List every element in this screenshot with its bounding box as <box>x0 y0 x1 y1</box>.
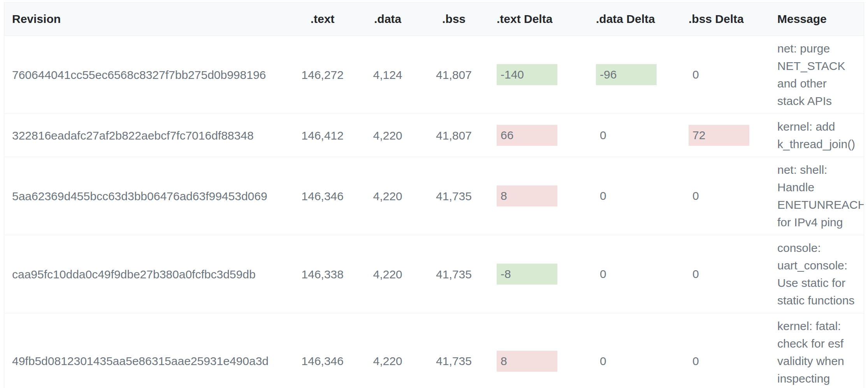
revision-cell: 760644041cc55ec6568c8327f7bb275d0b998196 <box>4 36 288 114</box>
bss-cell: 41,807 <box>419 36 489 114</box>
code-size-report-card: Revision.text.data.bss.text Delta.data D… <box>4 2 864 388</box>
data-delta-cell: 0 <box>588 313 681 388</box>
text-delta-badge: -140 <box>497 64 557 85</box>
revision-cell: caa95fc10dda0c49f9dbe27b380a0fcfbc3d59db <box>4 235 288 313</box>
bss-cell: 41,735 <box>419 235 489 313</box>
text-delta-badge: 8 <box>497 351 557 372</box>
bss-delta-badge: 0 <box>689 351 749 372</box>
table-row: 5aa62369d455bcc63d3bb06476ad63f99453d069… <box>4 157 864 235</box>
bss-delta-cell: 0 <box>681 36 770 114</box>
text-cell: 146,346 <box>288 157 357 235</box>
commit-message: net: purge NET_STACK and other stack API… <box>777 40 856 110</box>
message-cell: kernel: fatal: check for esf validity wh… <box>770 313 864 388</box>
data-delta-badge: 0 <box>596 125 657 146</box>
column-header-data-delta: .data Delta <box>588 3 681 36</box>
commit-message: console: uart_console: Use static for st… <box>777 239 856 309</box>
revision-size-table: Revision.text.data.bss.text Delta.data D… <box>4 3 864 388</box>
message-cell: kernel: add k_thread_join() <box>770 114 864 157</box>
commit-message: kernel: add k_thread_join() <box>777 118 856 153</box>
data-delta-cell: -96 <box>588 36 681 114</box>
table-row: caa95fc10dda0c49f9dbe27b380a0fcfbc3d59db… <box>4 235 864 313</box>
data-delta-badge: -96 <box>596 64 657 85</box>
table-row: 760644041cc55ec6568c8327f7bb275d0b998196… <box>4 36 864 114</box>
data-delta-badge: 0 <box>596 264 657 285</box>
data-delta-cell: 0 <box>588 235 681 313</box>
bss-delta-cell: 0 <box>681 313 770 388</box>
bss-delta-badge: 0 <box>689 185 749 206</box>
data-delta-badge: 0 <box>596 351 657 372</box>
text-cell: 146,272 <box>288 36 357 114</box>
data-cell: 4,220 <box>357 235 419 313</box>
message-cell: net: purge NET_STACK and other stack API… <box>770 36 864 114</box>
text-cell: 146,338 <box>288 235 357 313</box>
text-delta-badge: -8 <box>497 264 557 285</box>
bss-delta-cell: 72 <box>681 114 770 157</box>
data-delta-cell: 0 <box>588 157 681 235</box>
header-row: Revision.text.data.bss.text Delta.data D… <box>4 3 864 36</box>
column-header-text-delta: .text Delta <box>489 3 588 36</box>
revision-cell: 49fb5d0812301435aa5e86315aae25931e490a3d <box>4 313 288 388</box>
revision-cell: 5aa62369d455bcc63d3bb06476ad63f99453d069 <box>4 157 288 235</box>
column-header-message: Message <box>770 3 864 36</box>
bss-delta-badge: 0 <box>689 264 749 285</box>
text-delta-badge: 66 <box>497 125 557 146</box>
text-cell: 146,346 <box>288 313 357 388</box>
column-header-data: .data <box>357 3 419 36</box>
data-delta-cell: 0 <box>588 114 681 157</box>
text-delta-cell: 8 <box>489 157 588 235</box>
bss-delta-badge: 72 <box>689 125 749 146</box>
bss-delta-badge: 0 <box>689 64 749 85</box>
data-cell: 4,220 <box>357 114 419 157</box>
data-cell: 4,124 <box>357 36 419 114</box>
commit-message: net: shell: Handle ENETUNREACH for IPv4 … <box>777 161 856 231</box>
text-cell: 146,412 <box>288 114 357 157</box>
text-delta-badge: 8 <box>497 185 557 206</box>
commit-message: kernel: fatal: check for esf validity wh… <box>777 317 856 388</box>
data-delta-badge: 0 <box>596 185 657 206</box>
table-body: 760644041cc55ec6568c8327f7bb275d0b998196… <box>4 36 864 388</box>
text-delta-cell: 8 <box>489 313 588 388</box>
column-header-text: .text <box>288 3 357 36</box>
column-header-bss: .bss <box>419 3 489 36</box>
table-row: 322816eadafc27af2b822aebcf7fc7016df88348… <box>4 114 864 157</box>
message-cell: console: uart_console: Use static for st… <box>770 235 864 313</box>
table-row: 49fb5d0812301435aa5e86315aae25931e490a3d… <box>4 313 864 388</box>
text-delta-cell: 66 <box>489 114 588 157</box>
bss-delta-cell: 0 <box>681 157 770 235</box>
data-cell: 4,220 <box>357 157 419 235</box>
text-delta-cell: -8 <box>489 235 588 313</box>
text-delta-cell: -140 <box>489 36 588 114</box>
column-header-bss-delta: .bss Delta <box>681 3 770 36</box>
bss-cell: 41,735 <box>419 157 489 235</box>
bss-cell: 41,735 <box>419 313 489 388</box>
bss-cell: 41,807 <box>419 114 489 157</box>
bss-delta-cell: 0 <box>681 235 770 313</box>
message-cell: net: shell: Handle ENETUNREACH for IPv4 … <box>770 157 864 235</box>
data-cell: 4,220 <box>357 313 419 388</box>
table-header: Revision.text.data.bss.text Delta.data D… <box>4 3 864 36</box>
revision-cell: 322816eadafc27af2b822aebcf7fc7016df88348 <box>4 114 288 157</box>
column-header-revision: Revision <box>4 3 288 36</box>
